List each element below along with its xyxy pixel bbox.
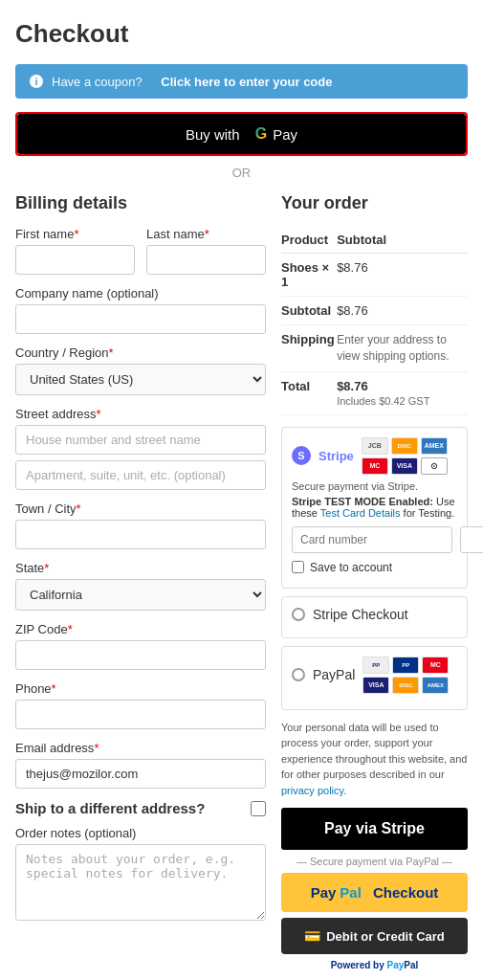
paypal-disc: DISC: [392, 677, 419, 694]
phone-input[interactable]: [15, 700, 266, 729]
test-card-link[interactable]: Test Card Details: [320, 507, 401, 519]
paypal-radio: [292, 668, 305, 681]
ship-different-label: Ship to a different address?: [15, 800, 205, 816]
ship-different-row: Ship to a different address?: [15, 800, 266, 816]
paypal-brand: PayPal: [387, 960, 419, 970]
pay-stripe-button[interactable]: Pay via Stripe: [281, 808, 468, 850]
order-table: Product Subtotal Shoes × 1 $8.76 Subtota…: [281, 227, 468, 415]
city-group: Town / City*: [15, 501, 266, 549]
notes-textarea[interactable]: [15, 844, 266, 921]
paypal-header: PayPal PP PP MC VISA DISC AMEX: [292, 657, 457, 694]
order-row-subtotal: Subtotal $8.76: [281, 297, 468, 325]
paypal-card-icons: PP PP MC VISA DISC AMEX: [362, 657, 457, 694]
stripe-secure-text: Secure payment via Stripe.: [292, 480, 457, 492]
paypal-option[interactable]: PayPal PP PP MC VISA DISC AMEX: [281, 646, 468, 710]
street-label: Street address*: [15, 407, 266, 421]
ship-different-checkbox[interactable]: [251, 801, 266, 816]
payment-section: S Stripe JCB DISC AMEX MC VISA ⊙ Secure …: [281, 427, 468, 971]
card-fields: [292, 526, 457, 553]
stripe-test-mode: Stripe TEST MODE Enabled: Use these Test…: [292, 496, 457, 519]
paypal-icon: PP: [362, 657, 389, 674]
col-product: Product: [281, 227, 337, 254]
apt-input[interactable]: [15, 460, 266, 490]
paypal-mc: MC: [422, 657, 449, 674]
phone-label: Phone*: [15, 681, 266, 696]
row-value-shipping: Enter your address to view shipping opti…: [337, 325, 468, 372]
debit-credit-label: Debit or Credit Card: [326, 929, 445, 944]
stripe-circle-icon: S: [292, 446, 311, 465]
paypal-checkout-button[interactable]: PayPal Checkout: [281, 873, 468, 912]
email-label: Email address*: [15, 741, 266, 755]
save-account-checkbox[interactable]: [292, 561, 304, 573]
jcb-icon: JCB: [362, 437, 388, 455]
order-row-total: Total $8.76 Includes $0.42 GST: [281, 371, 468, 414]
stripe-checkout-option[interactable]: Stripe Checkout: [281, 596, 468, 638]
country-select[interactable]: United States (US): [15, 364, 266, 395]
city-label: Town / City*: [15, 501, 266, 516]
discover-icon: DISC: [391, 437, 418, 455]
last-name-group: Last name*: [146, 227, 266, 275]
paypal-visa: VISA: [362, 677, 389, 694]
paypal-checkout-text: Checkout: [373, 884, 438, 901]
gpay-pay-text: Pay: [273, 126, 297, 143]
card-expiry-input[interactable]: [460, 526, 483, 553]
company-input[interactable]: [15, 304, 266, 334]
street-input[interactable]: [15, 425, 266, 455]
zip-input[interactable]: [15, 640, 266, 670]
privacy-text: Your personal data will be used to proce…: [281, 720, 468, 799]
billing-section: Billing details First name* Last name* C…: [15, 193, 266, 970]
first-name-group: First name*: [15, 227, 135, 275]
row-label-shoes: Shoes × 1: [281, 254, 337, 297]
row-value-shoes: $8.76: [337, 254, 468, 297]
billing-title: Billing details: [15, 193, 266, 213]
gpay-g-icon: G: [255, 125, 267, 143]
paypal-pp-blue: Pay: [311, 884, 337, 901]
powered-by-paypal: Powered by PayPal: [281, 960, 468, 970]
state-select[interactable]: California: [15, 579, 266, 611]
card-number-input[interactable]: [292, 526, 452, 553]
secure-paypal-line: — Secure payment via PayPal —: [281, 856, 468, 867]
stripe-label: Stripe: [318, 449, 354, 463]
paypal-amex: AMEX: [422, 677, 449, 694]
paypal-label: PayPal: [313, 667, 355, 682]
paypal-pp-light: Pal: [340, 884, 362, 901]
gpay-button-wrapper: Buy with G Pay: [15, 112, 468, 156]
coupon-bar[interactable]: i Have a coupon? Click here to enter you…: [15, 64, 468, 99]
order-title: Your order: [281, 193, 468, 213]
stripe-header: S Stripe JCB DISC AMEX MC VISA ⊙: [292, 437, 457, 475]
notes-label: Order notes (optional): [15, 826, 266, 840]
info-icon: i: [29, 74, 44, 89]
street-group: Street address*: [15, 407, 266, 490]
first-name-input[interactable]: [15, 245, 135, 275]
stripe-card-icons: JCB DISC AMEX MC VISA ⊙: [362, 437, 457, 475]
zip-label: ZIP Code*: [15, 622, 266, 636]
last-name-input[interactable]: [146, 245, 266, 275]
stripe-checkout-radio: [292, 608, 305, 621]
save-account-row: Save to account: [292, 561, 457, 574]
stripe-option[interactable]: S Stripe JCB DISC AMEX MC VISA ⊙ Secure …: [281, 427, 468, 589]
gpay-button[interactable]: Buy with G Pay: [17, 114, 466, 154]
col-subtotal: Subtotal: [337, 227, 468, 254]
paypal-icon2: PP: [392, 657, 419, 674]
amex-icon: AMEX: [421, 437, 448, 455]
notes-group: Order notes (optional): [15, 826, 266, 924]
city-input[interactable]: [15, 520, 266, 549]
credit-card-icon: 💳: [304, 928, 320, 944]
diners-icon: ⊙: [421, 457, 448, 475]
row-value-total: $8.76 Includes $0.42 GST: [337, 371, 468, 414]
zip-group: ZIP Code*: [15, 622, 266, 670]
state-group: State* California: [15, 561, 266, 611]
test-mode-label: Stripe TEST MODE Enabled:: [292, 496, 433, 507]
order-row-shoes: Shoes × 1 $8.76: [281, 254, 468, 297]
coupon-link[interactable]: Click here to enter your code: [161, 75, 332, 89]
save-account-label: Save to account: [310, 561, 392, 574]
main-layout: Billing details First name* Last name* C…: [15, 193, 468, 970]
or-divider: OR: [15, 166, 468, 180]
privacy-link[interactable]: privacy policy.: [281, 785, 346, 796]
debit-credit-button[interactable]: 💳 Debit or Credit Card: [281, 918, 468, 954]
email-input[interactable]: [15, 759, 266, 789]
phone-group: Phone*: [15, 681, 266, 729]
visa-icon: VISA: [391, 457, 418, 475]
first-name-req: *: [74, 227, 78, 241]
name-row: First name* Last name*: [15, 227, 266, 286]
